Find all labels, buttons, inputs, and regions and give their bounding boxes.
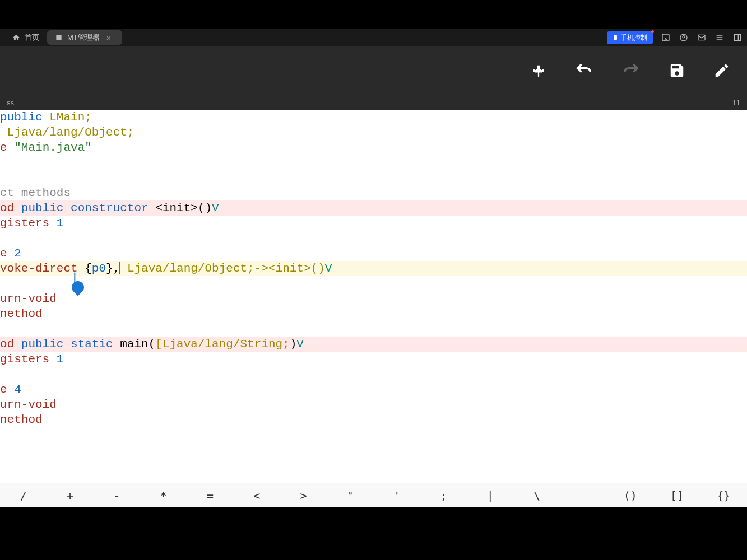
symbol-key-equals[interactable]: = (187, 489, 233, 502)
mail-icon[interactable] (697, 33, 707, 42)
code-line: od public static main([Ljava/lang/String… (0, 337, 747, 352)
code-line: e 4 (0, 382, 747, 397)
save-button[interactable] (669, 62, 685, 79)
user-icon[interactable] (679, 33, 689, 42)
code-line: gisters 1 (0, 352, 747, 367)
code-line (0, 231, 747, 246)
symbol-key-slash[interactable]: / (0, 489, 47, 502)
code-line: nethod (0, 306, 747, 321)
status-left: ss (7, 99, 14, 107)
symbol-key-minus[interactable]: - (94, 489, 140, 502)
symbol-key-paren[interactable]: () (607, 489, 653, 502)
tab-mt-manager[interactable]: MT管理器 × (47, 30, 122, 45)
status-right: 11 (732, 99, 740, 107)
code-line: od public constructor <init>()V (0, 200, 747, 216)
code-line (0, 367, 747, 382)
code-line: e "Main.java" (0, 140, 747, 155)
undo-button[interactable] (574, 61, 593, 80)
system-tray: 手机控制 (607, 31, 743, 44)
symbol-key-semi[interactable]: ; (420, 489, 467, 502)
symbol-bar: / + - * = < > " ' ; | \ _ () [] {} (0, 483, 747, 507)
code-editor[interactable]: public LMain; Ljava/lang/Object; e "Main… (0, 110, 747, 483)
symbol-key-gt[interactable]: > (280, 489, 327, 502)
tab-strip: 首页 MT管理器 × 手机控制 (0, 29, 747, 46)
code-line: e 2 (0, 246, 747, 261)
symbol-key-bslash[interactable]: \ (513, 489, 560, 502)
symbol-key-plus[interactable]: + (47, 489, 93, 502)
edit-button[interactable] (713, 62, 730, 79)
menu-icon[interactable] (714, 33, 725, 42)
code-line: Ljava/lang/Object; (0, 125, 747, 140)
symbol-key-lt[interactable]: < (234, 489, 280, 502)
bottom-bar (0, 507, 747, 560)
code-line (0, 276, 747, 291)
svg-rect-5 (735, 35, 741, 41)
code-line: public LMain; (0, 110, 747, 125)
symbol-key-brace[interactable]: {} (700, 489, 747, 502)
expand-icon[interactable] (732, 33, 743, 42)
code-line-active: voke-direct {p0}, Ljava/lang/Object;-><i… (0, 261, 747, 276)
phone-control-label: 手机控制 (620, 33, 647, 43)
phone-control-button[interactable]: 手机控制 (607, 31, 653, 44)
symbol-key-squote[interactable]: ' (374, 489, 420, 502)
code-line: ct methods (0, 185, 747, 200)
tab-home[interactable]: 首页 (4, 30, 47, 45)
symbol-key-dquote[interactable]: " (327, 489, 373, 502)
screenshot-icon[interactable] (661, 33, 671, 42)
tab-active-label: MT管理器 (67, 32, 100, 43)
symbol-key-bracket[interactable]: [] (653, 489, 700, 502)
phone-icon (613, 35, 618, 40)
symbol-key-star[interactable]: * (140, 489, 187, 502)
symbol-key-pipe[interactable]: | (467, 489, 513, 502)
window-title-bar (0, 0, 747, 29)
code-line (0, 321, 747, 337)
symbol-key-under[interactable]: _ (560, 489, 607, 502)
code-line (0, 170, 747, 185)
app-icon (55, 34, 63, 41)
svg-rect-0 (56, 35, 61, 40)
tab-close-icon[interactable]: × (106, 34, 114, 41)
code-line: urn-void (0, 397, 747, 412)
home-icon (12, 34, 20, 41)
code-line: gisters 1 (0, 216, 747, 231)
status-bar: ss 11 (0, 95, 747, 110)
code-line (0, 155, 747, 170)
code-line: nethod (0, 412, 747, 427)
tab-home-label: 首页 (25, 32, 39, 43)
code-line: urn-void (0, 291, 747, 306)
pin-button[interactable] (531, 63, 546, 78)
svg-point-3 (683, 36, 685, 38)
editor-toolbar (0, 46, 747, 95)
redo-button[interactable] (621, 61, 641, 80)
